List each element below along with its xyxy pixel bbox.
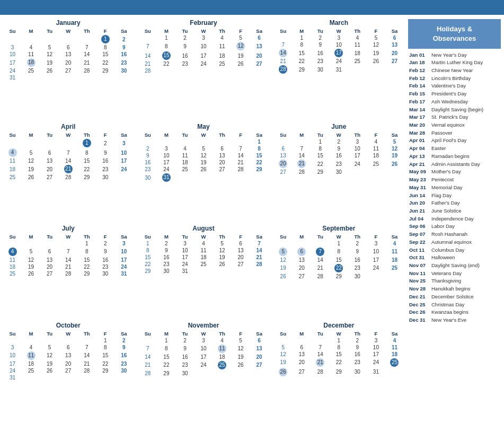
calendar-day: 25: [348, 58, 367, 65]
calendar-day: 17: [3, 58, 22, 67]
day-header: Su: [138, 233, 157, 240]
holiday-name: New Year's Eve: [431, 317, 466, 323]
calendar-day: 27: [232, 261, 250, 268]
holiday-day: 4: [8, 248, 17, 256]
month-title: December: [274, 322, 404, 329]
calendar-day: 21: [77, 360, 96, 367]
weekend-day: 14: [145, 354, 151, 360]
month-title: February: [138, 19, 268, 26]
calendar-day: 11: [348, 41, 367, 48]
weekend-day: 1: [258, 139, 261, 145]
day-header: Sa: [385, 330, 404, 337]
calendar-day: 9: [175, 41, 194, 51]
calendar-day: 11: [213, 344, 232, 354]
calendar-day: 7: [311, 344, 330, 351]
calendar-day: 8: [157, 41, 175, 51]
weekend-day: 3: [11, 344, 14, 350]
calendar-day: 8: [250, 145, 269, 152]
day-header: M: [293, 131, 311, 138]
weekend-day: 16: [121, 352, 127, 358]
calendar-day: 3: [194, 34, 213, 41]
calendar-day: 10: [3, 351, 22, 360]
weekend-day: 10: [121, 150, 127, 156]
calendar-day: 22: [96, 360, 114, 367]
calendar-day: 4: [213, 337, 232, 344]
weekend-day: 16: [121, 51, 127, 57]
calendar-day: 19: [40, 58, 59, 67]
calendar-day: [348, 169, 367, 175]
calendar-day: 10: [194, 41, 213, 51]
calendar-day: 17: [367, 351, 385, 358]
calendar-day: 13: [232, 247, 250, 254]
calendar-day: 26: [232, 60, 250, 67]
weekend-day: 9: [122, 45, 126, 50]
calendar-day: 20: [40, 263, 59, 270]
month-august: AugustSuMTuWThFSa12345678910111213141516…: [138, 225, 268, 319]
day-header: Sa: [250, 233, 269, 240]
holiday-date: Jun 14: [409, 192, 429, 199]
holiday-name: Mother's Day: [431, 169, 461, 175]
weekend-day: 12: [280, 351, 286, 357]
weekend-day: 30: [121, 368, 127, 374]
holiday-name: June Solstice: [431, 208, 462, 214]
calendar-day: 24: [3, 67, 22, 74]
day-header: Sa: [250, 28, 269, 34]
weekend-day: 21: [145, 61, 151, 67]
weekend-day: 28: [145, 370, 151, 376]
calendar-day: 9: [96, 247, 114, 257]
calendar-day: 29: [293, 65, 311, 74]
weekend-day: 15: [257, 153, 262, 158]
calendar-day: 10: [114, 247, 133, 257]
day-header: F: [96, 131, 114, 138]
highlight-day: 6: [297, 248, 306, 256]
day-header: Tu: [311, 131, 330, 138]
holiday-day: 17: [334, 49, 343, 57]
calendar-day: 5: [194, 145, 213, 152]
holiday-day: 1: [83, 139, 91, 147]
month-title: November: [138, 322, 268, 329]
calendar-day: 10: [114, 148, 133, 157]
holiday-name: Veterans Day: [431, 270, 462, 277]
month-title: April: [3, 123, 133, 130]
day-header: Tu: [175, 330, 194, 337]
calendar-day: [250, 173, 269, 182]
holiday-date: Mar 28: [409, 130, 429, 136]
weekend-day: 10: [10, 352, 15, 358]
day-header: Su: [138, 28, 157, 34]
weekend-day: 10: [10, 51, 15, 57]
month-june: JuneSuMTuWThFSa1234567891011121314151617…: [274, 123, 404, 221]
calendar-day: 30: [348, 367, 367, 377]
calendar-day: 25: [175, 166, 194, 173]
calendar-day: 7: [138, 41, 157, 51]
calendar-day: 13: [385, 41, 404, 48]
holiday-date: Apr 21: [409, 161, 429, 167]
calendar-day: 25: [367, 159, 385, 169]
calendar-day: 3: [175, 240, 194, 247]
holiday-date: Feb 12: [409, 67, 429, 74]
weekend-day: 5: [393, 139, 396, 145]
weekend-day: 29: [145, 268, 151, 274]
weekend-day: 2: [122, 37, 126, 42]
calendar-day: 5: [22, 148, 40, 157]
weekend-day: 13: [257, 346, 262, 351]
calendar-day: 8: [138, 247, 157, 254]
calendar-day: 10: [367, 247, 385, 257]
holiday-item: Apr 04Easter: [408, 145, 501, 153]
calendar-day: 10: [157, 152, 175, 159]
holiday-name: New Year's Day: [431, 52, 467, 58]
calendar-day: [22, 138, 40, 148]
calendar-day: 14: [250, 247, 269, 254]
calendar-day: 2: [138, 145, 157, 152]
calendar-day: 16: [114, 51, 133, 58]
day-header: Sa: [114, 330, 133, 337]
weekend-day: 15: [145, 254, 151, 260]
calendar-day: 21: [311, 358, 330, 367]
day-header: F: [96, 233, 114, 240]
calendar-day: 18: [3, 263, 22, 270]
calendar-day: 19: [232, 354, 250, 360]
calendar-day: 12: [385, 145, 404, 152]
calendar-day: 28: [77, 67, 96, 74]
calendar-day: 15: [138, 254, 157, 261]
calendar-day: 17: [367, 257, 385, 263]
calendar-day: 30: [114, 367, 133, 374]
